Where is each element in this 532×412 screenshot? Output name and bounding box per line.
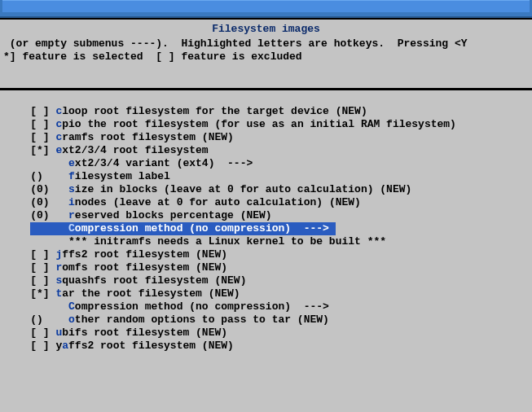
- option-row[interactable]: () other random options to pass to tar (…: [5, 313, 527, 327]
- option-row[interactable]: (0) reserved blocks percentage (NEW): [5, 209, 527, 222]
- help-text-2: *] feature is selected [ ] feature is ex…: [3, 50, 529, 64]
- option-row[interactable]: [ ] jffs2 root filesystem (NEW): [5, 248, 527, 261]
- selected-highlight: Compression method (no compression) --->: [30, 222, 336, 235]
- hotkey-letter: o: [68, 313, 75, 326]
- row-label: ize in blocks (leave at 0 for auto calcu…: [75, 183, 411, 195]
- row-label: ilesystem label: [75, 170, 170, 182]
- row-prefix: [ ]: [5, 131, 55, 143]
- row-label: xt2/3/4 variant (ext4) --->: [75, 157, 253, 169]
- option-row[interactable]: [ ] cramfs root filesystem (NEW): [5, 131, 527, 144]
- row-label: ramfs root filesystem (NEW): [62, 131, 234, 143]
- row-prefix: [5, 300, 68, 313]
- row-label: quashfs root filesystem (NEW): [62, 274, 246, 287]
- window-titlebar: [0, 0, 532, 18]
- row-label: eserved blocks percentage (NEW): [75, 209, 272, 221]
- option-row[interactable]: [ ] yaffs2 root filesystem (NEW): [5, 340, 527, 353]
- row-prefix: [ ]: [5, 261, 55, 274]
- hotkey-letter: C: [68, 222, 75, 234]
- option-row[interactable]: (0) inodes (leave at 0 for auto calculat…: [5, 196, 527, 209]
- row-label: xt2/3/4 root filesystem: [62, 144, 208, 156]
- option-row[interactable]: () filesystem label: [5, 170, 527, 183]
- row-prefix: (): [5, 313, 68, 326]
- hotkey-letter: e: [68, 157, 75, 169]
- option-row[interactable]: [ ] squashfs root filesystem (NEW): [5, 274, 527, 287]
- option-row[interactable]: Compression method (no compression) --->: [5, 222, 527, 235]
- row-prefix: [ ]: [5, 248, 55, 261]
- row-prefix: [*]: [5, 287, 55, 300]
- row-label: ompression method (no compression) --->: [75, 300, 329, 313]
- row-label: ther random options to pass to tar (NEW): [75, 313, 329, 326]
- row-label: ompression method (no compression) --->: [75, 222, 329, 234]
- option-row[interactable]: [*] ext2/3/4 root filesystem: [5, 144, 527, 157]
- row-label: nodes (leave at 0 for auto calculation) …: [75, 196, 361, 208]
- row-prefix: [ ]: [5, 105, 55, 117]
- option-row[interactable]: [ ] romfs root filesystem (NEW): [5, 261, 527, 274]
- help-text-1: (or empty submenus ----). Highlighted le…: [3, 37, 529, 50]
- option-list: [ ] cloop root filesystem for the target…: [0, 105, 532, 353]
- row-label: pio the root filesystem (for use as an i…: [62, 118, 456, 130]
- hotkey-letter: s: [68, 183, 75, 195]
- row-prefix: (0): [5, 183, 68, 195]
- row-label: bifs root filesystem (NEW): [62, 327, 227, 339]
- row-prefix: [*]: [5, 144, 55, 156]
- option-row[interactable]: (0) size in blocks (leave at 0 for auto …: [5, 183, 527, 196]
- option-row[interactable]: [ ] cloop root filesystem for the target…: [5, 105, 527, 118]
- hotkey-letter: r: [68, 209, 75, 221]
- option-row[interactable]: *** initramfs needs a Linux kernel to be…: [5, 235, 527, 248]
- option-row[interactable]: [ ] ubifs root filesystem (NEW): [5, 327, 527, 340]
- row-prefix: [ ]: [5, 327, 55, 339]
- hotkey-letter: i: [68, 196, 75, 208]
- row-prefix: [ ] y: [5, 340, 62, 352]
- header: Filesystem images (or empty submenus ---…: [0, 18, 532, 65]
- row-prefix: [ ]: [5, 274, 55, 287]
- hotkey-letter: a: [62, 340, 68, 352]
- separator: [0, 88, 532, 90]
- hotkey-letter: C: [68, 300, 75, 313]
- row-prefix: [5, 235, 68, 248]
- option-row[interactable]: ext2/3/4 variant (ext4) --->: [5, 157, 527, 170]
- option-row[interactable]: Compression method (no compression) --->: [5, 300, 527, 313]
- option-row[interactable]: [*] tar the root filesystem (NEW): [5, 287, 527, 300]
- row-label: omfs root filesystem (NEW): [62, 261, 227, 274]
- row-prefix: [5, 157, 68, 169]
- row-prefix: [ ]: [5, 118, 55, 130]
- page-title: Filesystem images: [3, 23, 529, 36]
- row-label: ffs2 root filesystem (NEW): [62, 248, 227, 261]
- row-label: ffs2 root filesystem (NEW): [68, 340, 234, 352]
- row-prefix: (0): [5, 196, 68, 208]
- row-label: loop root filesystem for the target devi…: [62, 105, 367, 117]
- hotkey-letter: f: [68, 170, 75, 182]
- option-row[interactable]: [ ] cpio the root filesystem (for use as…: [5, 118, 527, 131]
- titlebar-inner: [2, 0, 530, 12]
- row-label: *** initramfs needs a Linux kernel to be…: [68, 235, 386, 248]
- row-prefix: (0): [5, 209, 68, 221]
- row-label: ar the root filesystem (NEW): [62, 287, 240, 300]
- row-prefix: (): [5, 170, 68, 182]
